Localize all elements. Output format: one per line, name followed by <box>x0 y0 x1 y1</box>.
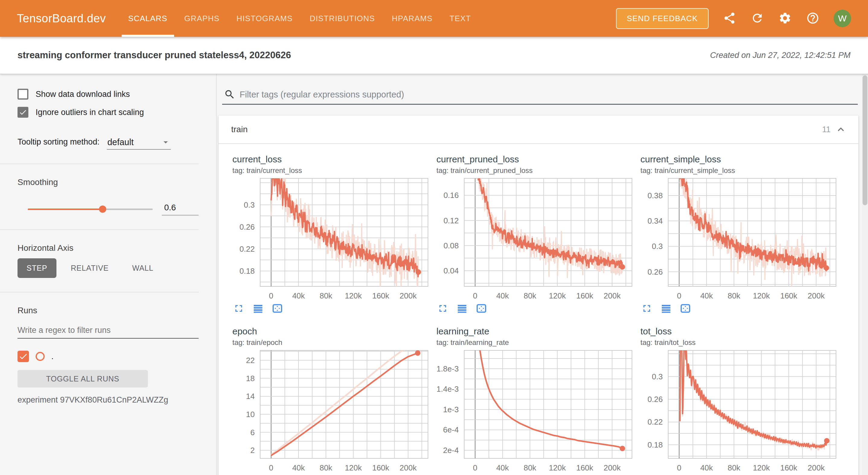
tooltip-sorting-select[interactable]: default <box>107 136 171 150</box>
top-navbar: TensorBoard.dev SCALARS GRAPHS HISTOGRAM… <box>0 0 868 37</box>
fullscreen-icon[interactable] <box>437 303 448 314</box>
svg-text:120k: 120k <box>345 463 362 472</box>
fullscreen-icon[interactable] <box>641 303 652 314</box>
data-rows-icon[interactable] <box>252 303 264 314</box>
svg-text:120k: 120k <box>549 291 566 300</box>
svg-text:200k: 200k <box>808 463 825 472</box>
svg-text:0.22: 0.22 <box>239 245 255 253</box>
svg-text:0.08: 0.08 <box>443 241 459 250</box>
svg-text:160k: 160k <box>372 463 389 472</box>
chart-tag: tag: train/current_loss <box>227 166 432 175</box>
svg-text:200k: 200k <box>603 291 621 300</box>
svg-text:0.3: 0.3 <box>652 242 663 251</box>
svg-text:200k: 200k <box>400 463 417 472</box>
svg-text:120k: 120k <box>753 463 770 472</box>
svg-text:40k: 40k <box>496 463 509 472</box>
svg-text:80k: 80k <box>728 291 741 300</box>
chart-title: current_simple_loss <box>636 154 840 164</box>
ignore-outliers-checkbox[interactable] <box>18 107 28 118</box>
experiment-id: experiment 97VKXf80Ru61CnP2ALWZZg <box>18 395 216 405</box>
run-checkbox[interactable] <box>18 351 29 362</box>
tab-graphs[interactable]: GRAPHS <box>178 0 226 37</box>
chart-plot[interactable]: 2610141822040k80k120k160k200k <box>227 348 432 474</box>
send-feedback-button[interactable]: SEND FEEDBACK <box>616 8 709 29</box>
horizontal-axis-toggle: STEP RELATIVE WALL <box>18 258 216 278</box>
ignore-outliers-label: Ignore outliers in chart scaling <box>36 108 144 117</box>
fit-domain-icon[interactable] <box>476 303 487 314</box>
content-area: Show data download links Ignore outliers… <box>0 74 868 475</box>
fit-domain-icon[interactable] <box>680 303 691 314</box>
filter-tags-input[interactable] <box>240 90 856 100</box>
svg-text:0.16: 0.16 <box>443 191 459 200</box>
smoothing-slider-thumb[interactable] <box>99 205 106 213</box>
svg-text:0.26: 0.26 <box>647 395 663 404</box>
show-download-checkbox[interactable] <box>18 89 28 100</box>
run-color-swatch <box>36 352 45 361</box>
svg-text:6: 6 <box>250 428 255 437</box>
svg-text:22: 22 <box>246 356 255 365</box>
settings-gear-icon[interactable] <box>778 11 792 25</box>
navbar-actions: SEND FEEDBACK W <box>616 0 851 37</box>
fit-domain-icon[interactable] <box>272 303 283 314</box>
chart-plot[interactable]: 0.260.30.340.38040k80k120k160k200k <box>636 176 840 302</box>
tab-text[interactable]: TEXT <box>443 0 477 37</box>
svg-text:0.22: 0.22 <box>647 417 663 426</box>
tab-scalars[interactable]: SCALARS <box>122 0 174 37</box>
smoothing-slider[interactable] <box>28 209 153 210</box>
svg-text:0: 0 <box>677 463 681 472</box>
scalar-chart-card: learning_ratetag: train/learning_rate2e-… <box>432 326 636 475</box>
help-icon[interactable] <box>806 11 820 25</box>
chevron-up-icon[interactable] <box>835 123 847 135</box>
svg-text:0.12: 0.12 <box>443 216 459 225</box>
axis-relative-button[interactable]: RELATIVE <box>62 258 118 278</box>
tooltip-sorting-label: Tooltip sorting method: <box>18 137 100 150</box>
refresh-icon[interactable] <box>750 11 764 25</box>
train-group-header[interactable]: train 11 <box>218 116 858 144</box>
chart-plot[interactable]: 2e-46e-41e-31.4e-31.8e-3040k80k120k160k2… <box>432 348 636 474</box>
svg-text:120k: 120k <box>549 463 566 472</box>
avatar[interactable]: W <box>834 10 851 27</box>
charts-main: train 11 current_losstag: train/current_… <box>217 74 868 475</box>
tab-histograms[interactable]: HISTOGRAMS <box>230 0 300 37</box>
tab-distributions[interactable]: DISTRIBUTIONS <box>303 0 381 37</box>
svg-text:0: 0 <box>473 463 477 472</box>
runs-regex-input[interactable] <box>18 326 198 335</box>
share-icon[interactable] <box>722 11 736 25</box>
svg-text:40k: 40k <box>496 291 509 300</box>
fullscreen-icon[interactable] <box>233 303 245 314</box>
svg-text:0.34: 0.34 <box>647 216 663 225</box>
chart-actions <box>227 303 432 314</box>
data-rows-icon[interactable] <box>456 303 468 314</box>
axis-wall-button[interactable]: WALL <box>123 258 162 278</box>
chart-title: tot_loss <box>636 326 840 337</box>
chart-plot[interactable]: 0.180.220.260.3040k80k120k160k200k <box>636 348 840 474</box>
svg-text:0.38: 0.38 <box>647 191 663 200</box>
svg-text:120k: 120k <box>753 291 770 300</box>
svg-text:0.18: 0.18 <box>239 266 255 276</box>
search-icon <box>224 89 236 100</box>
svg-text:10: 10 <box>246 410 255 419</box>
smoothing-value-field[interactable]: 0.6 <box>162 203 198 216</box>
tab-hparams[interactable]: HPARAMS <box>385 0 439 37</box>
data-rows-icon[interactable] <box>660 303 672 314</box>
train-group-card: train 11 current_losstag: train/current_… <box>218 116 858 475</box>
vertical-scrollbar[interactable] <box>862 74 868 475</box>
svg-text:80k: 80k <box>728 463 741 472</box>
scrollbar-thumb[interactable] <box>863 75 867 205</box>
chart-actions <box>636 303 840 314</box>
page-title: streaming conformer transducer pruned st… <box>18 50 710 61</box>
smoothing-slider-fill <box>28 209 103 210</box>
axis-step-button[interactable]: STEP <box>18 258 56 278</box>
chart-plot[interactable]: 0.040.080.120.16040k80k120k160k200k <box>432 176 636 302</box>
svg-text:80k: 80k <box>320 463 333 472</box>
divider <box>0 292 198 292</box>
svg-text:0: 0 <box>269 463 273 472</box>
ignore-outliers-row[interactable]: Ignore outliers in chart scaling <box>18 107 216 118</box>
horizontal-axis-label: Horizontal Axis <box>18 243 216 253</box>
svg-text:40k: 40k <box>292 463 305 472</box>
chevron-down-icon <box>161 137 171 147</box>
chart-plot[interactable]: 0.180.220.260.3040k80k120k160k200k <box>227 176 432 302</box>
toggle-all-runs-button[interactable]: TOGGLE ALL RUNS <box>18 370 148 387</box>
svg-text:1.4e-3: 1.4e-3 <box>436 384 459 393</box>
show-download-links-row[interactable]: Show data download links <box>18 89 216 100</box>
